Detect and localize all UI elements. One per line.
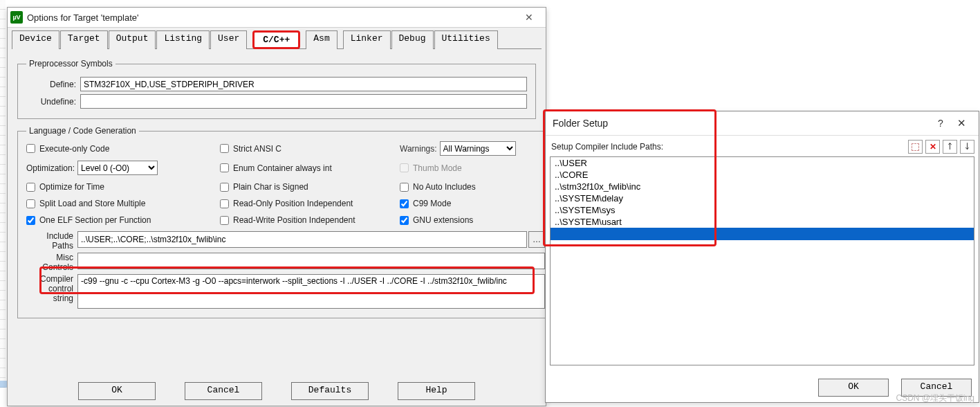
tab-debug[interactable]: Debug — [391, 30, 434, 49]
split-load-checkbox[interactable]: Split Load and Store Multiple — [26, 199, 213, 208]
define-label: Define: — [26, 80, 80, 89]
arrow-up-icon: 🡑 — [946, 142, 954, 152]
folder-setup-titlebar[interactable]: Folder Setup ? ✕ — [546, 111, 979, 136]
folder-setup-title: Folder Setup — [553, 118, 930, 129]
tab-ccpp[interactable]: C/C++ — [252, 30, 300, 49]
optimization-select[interactable]: Level 0 (-O0) — [77, 161, 158, 175]
preprocessor-group: Preprocessor Symbols Define: Undefine: — [17, 59, 536, 119]
misc-controls-input[interactable] — [77, 253, 545, 269]
window-title: Options for Target 'template' — [27, 12, 511, 23]
move-up-button[interactable]: 🡑 — [943, 140, 957, 154]
delete-icon: ✕ — [930, 142, 936, 152]
move-down-button[interactable]: 🡓 — [960, 140, 974, 154]
ro-pos-checkbox[interactable]: Read-Only Position Independent — [220, 199, 393, 208]
thumb-mode-checkbox: Thumb Mode — [400, 161, 545, 175]
app-icon: µV — [10, 11, 23, 24]
delete-item-button[interactable]: ✕ — [925, 140, 940, 154]
c99-mode-checkbox[interactable]: C99 Mode — [400, 199, 545, 208]
tab-listing[interactable]: Listing — [156, 30, 210, 49]
list-item[interactable]: ..\SYSTEM\sys — [551, 204, 974, 216]
close-icon[interactable]: ✕ — [951, 117, 972, 129]
tab-utilities[interactable]: Utilities — [434, 30, 498, 49]
strict-ansi-checkbox[interactable]: Strict ANSI C — [220, 143, 393, 154]
titlebar[interactable]: µV Options for Target 'template' ✕ — [8, 8, 546, 28]
paths-listbox[interactable]: ..\USER ..\CORE ..\stm32f10x_fwlib\inc .… — [550, 156, 974, 365]
options-dialog: µV Options for Target 'template' ✕ Devic… — [7, 7, 546, 406]
undefine-label: Undefine: — [26, 97, 80, 107]
new-item-button[interactable] — [908, 140, 923, 154]
undefine-input[interactable] — [80, 94, 527, 109]
include-paths-header: Setup Compiler Include Paths: — [551, 142, 905, 152]
new-item-icon — [912, 143, 919, 151]
language-group: Language / Code Generation Execute-only … — [17, 126, 554, 318]
tab-user[interactable]: User — [210, 30, 247, 49]
optimize-time-checkbox[interactable]: Optimize for Time — [26, 182, 213, 192]
list-item[interactable]: ..\USER — [551, 157, 974, 169]
optimization-label: Optimization: — [26, 163, 75, 173]
list-item[interactable]: ..\SYSTEM\delay — [551, 192, 974, 204]
tab-linker[interactable]: Linker — [343, 30, 391, 49]
ok-button[interactable]: OK — [78, 382, 156, 400]
gnu-ext-checkbox[interactable]: GNU extensions — [400, 215, 545, 225]
help-button[interactable]: Help — [398, 382, 475, 400]
warnings-select[interactable]: All Warnings — [440, 141, 516, 156]
enum-container-checkbox[interactable]: Enum Container always int — [220, 161, 393, 175]
tab-device[interactable]: Device — [12, 30, 59, 49]
watermark: CSDN @埋头干饭ing — [896, 392, 974, 404]
tab-output[interactable]: Output — [109, 30, 156, 49]
list-item[interactable]: ..\stm32f10x_fwlib\inc — [551, 181, 974, 192]
define-input[interactable] — [80, 77, 527, 91]
include-paths-browse-button[interactable]: … — [528, 231, 545, 248]
rw-pos-checkbox[interactable]: Read-Write Position Independent — [220, 215, 393, 225]
compiler-control-string: -c99 --gnu -c --cpu Cortex-M3 -g -O0 --a… — [77, 274, 545, 309]
include-paths-label: Include Paths — [26, 231, 77, 251]
list-item-selected[interactable] — [551, 228, 974, 240]
one-elf-checkbox[interactable]: One ELF Section per Function — [26, 215, 213, 225]
tab-asm[interactable]: Asm — [306, 30, 337, 49]
folder-setup-ok-button[interactable]: OK — [818, 379, 889, 397]
arrow-down-icon: 🡓 — [963, 142, 972, 152]
close-icon[interactable]: ✕ — [515, 12, 543, 23]
misc-controls-label: Misc Controls — [26, 253, 77, 272]
help-icon[interactable]: ? — [930, 118, 951, 129]
cancel-button[interactable]: Cancel — [185, 382, 262, 400]
warnings-label: Warnings: — [400, 144, 437, 154]
compiler-control-label: Compiler control string — [26, 274, 77, 303]
execute-only-checkbox[interactable]: Execute-only Code — [26, 143, 213, 154]
language-legend: Language / Code Generation — [26, 126, 139, 136]
list-item[interactable]: ..\SYSTEM\usart — [551, 216, 974, 228]
folder-setup-dialog: Folder Setup ? ✕ Setup Compiler Include … — [545, 111, 979, 403]
defaults-button[interactable]: Defaults — [291, 382, 369, 400]
list-item[interactable]: ..\CORE — [551, 169, 974, 181]
no-auto-includes-checkbox[interactable]: No Auto Includes — [400, 182, 545, 192]
preprocessor-legend: Preprocessor Symbols — [26, 59, 115, 69]
tab-bar: Device Target Output Listing User C/C++ … — [8, 28, 546, 48]
include-paths-input[interactable] — [77, 231, 527, 248]
plain-char-checkbox[interactable]: Plain Char is Signed — [220, 182, 393, 192]
tab-target[interactable]: Target — [60, 30, 108, 49]
